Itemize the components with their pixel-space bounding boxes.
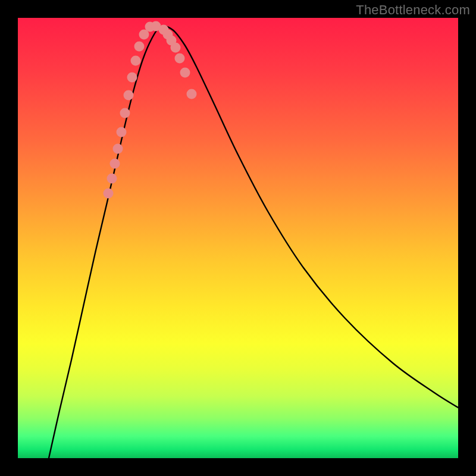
- data-dot: [171, 43, 181, 53]
- data-dot: [131, 56, 141, 66]
- data-dot: [113, 144, 123, 154]
- data-dot: [120, 108, 130, 118]
- data-dot: [180, 68, 190, 78]
- bottleneck-curve: [49, 26, 458, 458]
- pink-data-dots: [104, 21, 197, 199]
- data-dot: [175, 54, 185, 64]
- chart-outer-frame: TheBottleneck.com: [0, 0, 476, 476]
- data-dot: [107, 174, 117, 184]
- data-dot: [124, 90, 134, 101]
- gradient-plot-area: [18, 18, 458, 458]
- data-dot: [117, 127, 127, 137]
- data-dot: [187, 89, 197, 99]
- data-dot: [110, 159, 120, 169]
- data-dot: [134, 42, 145, 52]
- chart-svg: [18, 18, 458, 458]
- data-dot: [127, 73, 137, 83]
- watermark-text: TheBottleneck.com: [356, 2, 470, 18]
- data-dot: [104, 189, 114, 199]
